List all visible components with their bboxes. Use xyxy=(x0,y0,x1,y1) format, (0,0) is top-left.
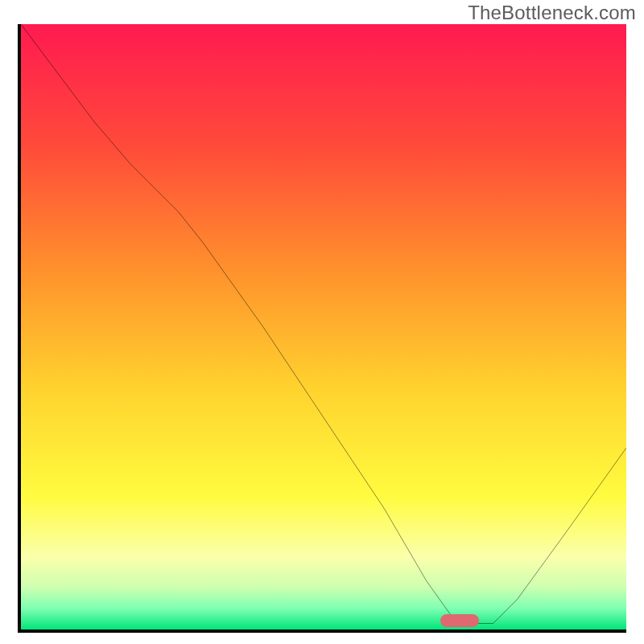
curve-line xyxy=(21,24,626,630)
plot-area xyxy=(18,24,626,633)
chart-container: { "watermark": "TheBottleneck.com", "gra… xyxy=(0,0,644,644)
watermark-text: TheBottleneck.com xyxy=(468,2,636,24)
optimal-marker xyxy=(440,614,479,627)
